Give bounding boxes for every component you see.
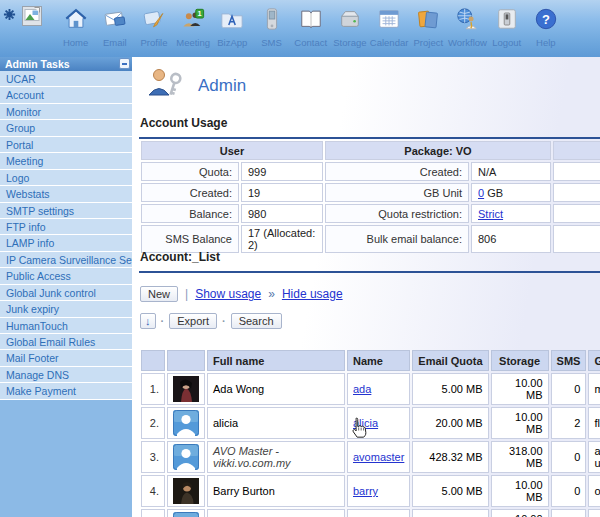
contact-icon xyxy=(299,7,323,35)
gear-icon[interactable] xyxy=(3,7,16,20)
table-row: 4.Barry Burtonbarry5.00 MB10.00 MB0oper xyxy=(141,475,600,507)
sidebar-item-account[interactable]: Account xyxy=(0,87,132,103)
toolbar-item-label: BizApp xyxy=(217,37,247,48)
storage-cell: 10.00 MB xyxy=(491,407,549,439)
svg-text:1: 1 xyxy=(198,9,202,18)
row-number: 5. xyxy=(141,509,165,517)
full-name-cell: AVO Master - vikki.vo.com.my xyxy=(207,441,345,473)
toolbar-item-meeting[interactable]: 1Meeting xyxy=(174,7,213,48)
usage-group-header: Package: VO xyxy=(325,141,551,160)
hide-usage-link[interactable]: Hide usage xyxy=(282,287,343,301)
sms-icon xyxy=(260,7,284,35)
toolbar-item-profile[interactable]: Profile xyxy=(134,7,173,48)
sidebar-item-global-email-rules[interactable]: Global Email Rules xyxy=(0,334,132,350)
toolbar-item-label: Meeting xyxy=(176,37,210,48)
sidebar-item-webstats[interactable]: Webstats xyxy=(0,186,132,202)
toolbar-item-label: Logout xyxy=(492,37,521,48)
toolbar-item-bizapp[interactable]: BizApp xyxy=(213,7,252,48)
toolbar-item-contact[interactable]: Contact xyxy=(291,7,330,48)
sidebar-item-logo[interactable]: Logo xyxy=(0,170,132,186)
toolbar-item-label: Profile xyxy=(141,37,168,48)
account-usage-table: UserPackage: VOQuota:999Created:N/ACreat… xyxy=(139,137,600,255)
usage-value: 999 xyxy=(241,162,323,181)
usage-label: Created: xyxy=(325,162,469,181)
table-row: 2.aliciaalicia20.00 MB10.00 MB2flow_ xyxy=(141,407,600,439)
list-actions-row1: New | Show usage » Hide usage xyxy=(140,286,343,302)
email-quota-cell: 5.00 MB xyxy=(412,475,488,507)
usage-value: 0 GB xyxy=(471,183,551,202)
usage-value xyxy=(553,225,600,253)
sidebar-item-monitor[interactable]: Monitor xyxy=(0,104,132,120)
sidebar-item-mail-footer[interactable]: Mail Footer xyxy=(0,350,132,366)
usage-value-link[interactable]: Strict xyxy=(478,208,503,220)
sidebar-item-manage-dns[interactable]: Manage DNS xyxy=(0,367,132,383)
toolbar-item-logout[interactable]: Logout xyxy=(487,7,526,48)
toolbar-item-home[interactable]: Home xyxy=(56,7,95,48)
meeting-icon: 1 xyxy=(181,7,205,35)
sidebar-item-meeting[interactable]: Meeting xyxy=(0,153,132,169)
sidebar-item-humantouch[interactable]: HumanTouch xyxy=(0,318,132,334)
sidebar-item-global-junk-control[interactable]: Global Junk control xyxy=(0,285,132,301)
sort-button[interactable]: ↓ xyxy=(140,313,156,329)
group-cell: adm user xyxy=(588,441,600,473)
toolbar-item-workflow[interactable]: Workflow xyxy=(448,7,487,48)
toolbar-item-sms[interactable]: SMS xyxy=(252,7,291,48)
account-name-link[interactable]: avomaster xyxy=(353,451,404,463)
sidebar-item-make-payment[interactable]: Make Payment xyxy=(0,383,132,399)
full-name-cell: alicia xyxy=(207,407,345,439)
col-header-avatar xyxy=(167,350,205,371)
sidebar-item-group[interactable]: Group xyxy=(0,120,132,136)
sidebar-item-portal[interactable]: Portal xyxy=(0,137,132,153)
avatar-cell xyxy=(167,475,205,507)
col-header-number xyxy=(141,350,165,371)
sidebar-item-junk-expiry[interactable]: Junk expiry xyxy=(0,301,132,317)
storage-cell: 318.00 MB xyxy=(491,441,549,473)
sidebar-item-ftp-info[interactable]: FTP info xyxy=(0,219,132,235)
sidebar: Admin Tasks UCARAccountMonitorGroupPorta… xyxy=(0,57,132,517)
avatar-cell xyxy=(167,441,205,473)
new-button[interactable]: New xyxy=(140,286,178,302)
col-header-group: Group xyxy=(588,350,600,371)
storage-cell: 10.00 MB xyxy=(491,475,549,507)
usage-value-link[interactable]: 0 xyxy=(478,187,484,199)
toolbar-item-storage[interactable]: Storage xyxy=(330,7,369,48)
sidebar-item-lamp-info[interactable]: LAMP info xyxy=(0,235,132,251)
toolbar-item-project[interactable]: Project xyxy=(409,7,448,48)
export-button[interactable]: Export xyxy=(169,313,217,329)
toolbar-item-label: Calendar xyxy=(370,37,409,48)
toolbar-item-calendar[interactable]: Calendar xyxy=(370,7,409,48)
account-usage-heading: Account Usage xyxy=(140,116,227,130)
search-button[interactable]: Search xyxy=(231,313,282,329)
sms-cell: 2 xyxy=(551,407,587,439)
usage-group-header xyxy=(553,141,600,160)
account-name-link[interactable]: alicia xyxy=(353,417,378,429)
page-title: Admin xyxy=(198,76,246,96)
col-header-name: Name xyxy=(347,350,410,371)
col-header-sms: SMS xyxy=(551,350,587,371)
sidebar-item-ucar[interactable]: UCAR xyxy=(0,71,132,87)
account-name-link[interactable]: ada xyxy=(353,383,371,395)
col-header-full-name: Full name xyxy=(207,350,345,371)
email-quota-cell: 5.00 MB xyxy=(412,373,488,405)
show-usage-link[interactable]: Show usage xyxy=(195,287,261,301)
main-content: Admin Account Usage UserPackage: VOQuota… xyxy=(132,57,600,517)
separator-dot: · xyxy=(161,315,165,327)
usage-value: 17 (Allocated: 2) xyxy=(241,225,323,253)
toolbar-item-email[interactable]: Email xyxy=(95,7,134,48)
collapse-sidebar-button[interactable] xyxy=(119,58,130,69)
toolbar-item-label: Home xyxy=(63,37,88,48)
sidebar-item-smtp-settings[interactable]: SMTP settings xyxy=(0,203,132,219)
sidebar-header: Admin Tasks xyxy=(0,57,132,71)
sidebar-item-public-access[interactable]: Public Access xyxy=(0,268,132,284)
group-cell: flow_ xyxy=(588,407,600,439)
toolbar-item-label: Storage xyxy=(333,37,366,48)
col-header-storage: Storage xyxy=(491,350,549,371)
separator-pipe: | xyxy=(185,287,188,301)
toolbar-nav: HomeEmailProfile1MeetingBizAppSMSContact… xyxy=(56,7,565,48)
list-actions-row2: ↓ · Export · Search xyxy=(140,313,282,329)
account-name-link[interactable]: barry xyxy=(353,485,378,497)
toolbar-item-help[interactable]: ?Help xyxy=(526,7,565,48)
name-cell: ada xyxy=(347,373,410,405)
sidebar-item-ip-camera-surveillance-setup[interactable]: IP Camera Surveillance Setup xyxy=(0,252,132,268)
image-icon[interactable] xyxy=(22,6,42,26)
